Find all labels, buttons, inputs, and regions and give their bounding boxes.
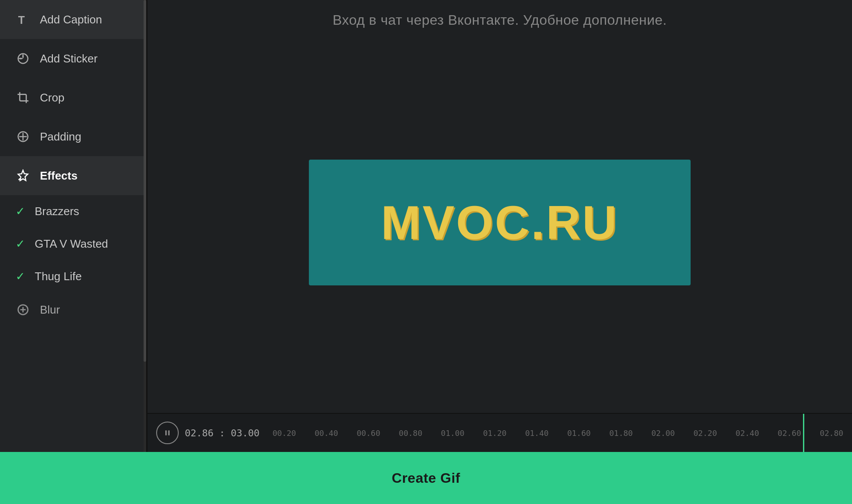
scrollbar-thumb <box>144 0 146 362</box>
timeline-mark-3: 00.80 <box>399 429 422 438</box>
sidebar-item-label: Padding <box>40 130 81 144</box>
timeline-mark-8: 01.80 <box>609 429 632 438</box>
effects-icon <box>16 168 30 183</box>
caption-text: Вход в чат через Вконтакте. Удобное допо… <box>333 12 667 28</box>
timeline-ruler[interactable]: 00.20 00.40 00.60 00.80 01.00 01.20 01.4… <box>272 414 843 452</box>
timeline: 02.86 : 03.00 00.20 00.40 00.60 00.80 01… <box>147 413 852 452</box>
check-icon-thug: ✓ <box>16 270 25 283</box>
effect-item-thug-life[interactable]: ✓ Thug Life <box>0 260 146 293</box>
timeline-playhead <box>803 414 804 452</box>
sidebar-item-add-sticker[interactable]: Add Sticker <box>0 39 146 78</box>
timeline-mark-12: 02.60 <box>778 429 801 438</box>
timeline-mark-11: 02.40 <box>736 429 759 438</box>
timeline-mark-2: 00.60 <box>357 429 380 438</box>
timeline-mark-4: 01.00 <box>441 429 464 438</box>
content-area: Вход в чат через Вконтакте. Удобное допо… <box>147 0 852 452</box>
play-pause-button[interactable] <box>156 422 179 444</box>
time-current: 02.86 : 03.00 <box>185 428 259 439</box>
svg-rect-10 <box>168 430 170 435</box>
sidebar: T Add Caption Add Sticker <box>0 0 147 452</box>
timeline-mark-13: 02.80 <box>820 429 843 438</box>
timeline-mark-9: 02.00 <box>652 429 675 438</box>
sidebar-item-label: Add Sticker <box>40 52 98 65</box>
gif-text: МVOC.RU <box>381 195 618 250</box>
sticker-icon <box>16 51 30 66</box>
effect-label-brazzers: Brazzers <box>35 205 79 218</box>
effect-item-blur[interactable]: Blur <box>0 293 146 327</box>
sidebar-item-padding[interactable]: Padding <box>0 117 146 156</box>
check-icon-gta: ✓ <box>16 237 25 251</box>
caption-bar: Вход в чат через Вконтакте. Удобное допо… <box>147 0 852 40</box>
timeline-mark-0: 00.20 <box>272 429 296 438</box>
main-container: T Add Caption Add Sticker <box>0 0 852 452</box>
svg-rect-9 <box>165 430 167 435</box>
effect-item-brazzers[interactable]: ✓ Brazzers <box>0 195 146 228</box>
timeline-mark-6: 01.40 <box>525 429 548 438</box>
sidebar-item-effects[interactable]: Effects <box>0 156 146 195</box>
effect-item-gta-v-wasted[interactable]: ✓ GTA V Wasted <box>0 228 146 260</box>
check-icon-brazzers: ✓ <box>16 205 25 218</box>
effect-label-gta: GTA V Wasted <box>35 237 108 251</box>
plus-icon-blur <box>16 302 30 317</box>
timeline-mark-10: 02.20 <box>694 429 717 438</box>
create-gif-bar[interactable]: Create Gif <box>0 452 852 504</box>
timeline-marks: 00.20 00.40 00.60 00.80 01.00 01.20 01.4… <box>272 429 843 438</box>
video-preview: МVOC.RU <box>147 40 852 413</box>
scrollbar-track[interactable] <box>144 0 146 452</box>
timeline-mark-1: 00.40 <box>315 429 338 438</box>
sidebar-item-label: Crop <box>40 91 64 105</box>
text-icon: T <box>16 12 30 27</box>
padding-icon <box>16 129 30 144</box>
sidebar-item-label: Effects <box>40 169 78 183</box>
create-gif-button[interactable]: Create Gif <box>392 470 460 486</box>
sidebar-item-crop[interactable]: Crop <box>0 78 146 117</box>
svg-text:T: T <box>18 14 25 26</box>
timeline-mark-5: 01.20 <box>483 429 506 438</box>
sidebar-item-add-caption[interactable]: T Add Caption <box>0 0 146 39</box>
crop-icon <box>16 90 30 105</box>
timeline-mark-7: 01.60 <box>567 429 590 438</box>
sidebar-item-label: Add Caption <box>40 13 102 26</box>
time-display: 02.86 : 03.00 <box>156 422 259 444</box>
gif-canvas: МVOC.RU <box>309 160 691 285</box>
effect-label-thug: Thug Life <box>35 270 82 283</box>
effect-label-blur: Blur <box>40 303 60 317</box>
